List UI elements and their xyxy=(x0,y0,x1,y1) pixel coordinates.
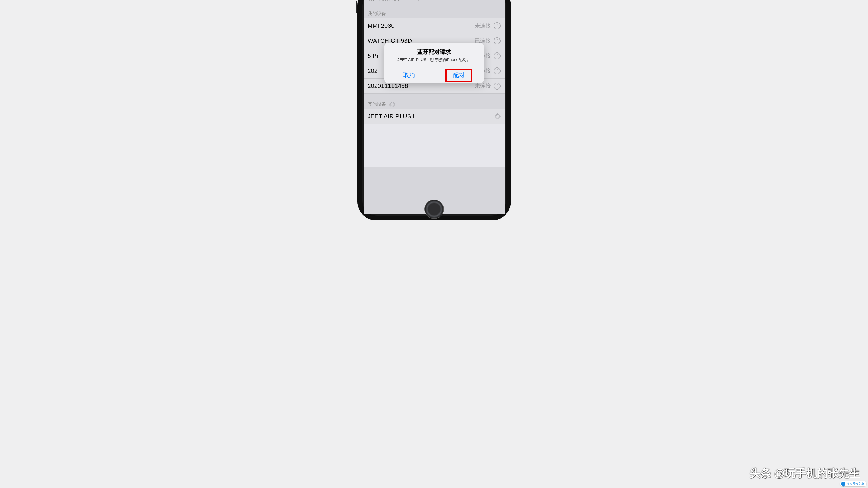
device-name: 202011111458 xyxy=(368,83,475,90)
watermark-badge-label: 捷净系统之家 xyxy=(846,482,864,486)
device-status: 未连接 xyxy=(475,82,491,90)
alert-title: 蓝牙配对请求 xyxy=(389,48,479,56)
other-device-row[interactable]: JEET AIR PLUS L xyxy=(364,109,505,124)
pair-button[interactable]: 配对 xyxy=(434,67,484,83)
watermark-badge: 捷净系统之家 xyxy=(840,481,866,486)
info-icon[interactable]: i xyxy=(494,37,501,44)
info-icon[interactable]: i xyxy=(494,22,501,29)
device-status: 未连接 xyxy=(475,22,491,29)
device-name: MMI 2030 xyxy=(368,22,475,29)
alert-button-row: 取消 配对 xyxy=(384,67,484,83)
cancel-button[interactable]: 取消 xyxy=(384,67,434,83)
watermark-text: 头条 @玩手机的张先生 xyxy=(750,466,860,481)
alert-message: JEET AIR PLUS L想与您的iPhone配对。 xyxy=(389,57,479,62)
phone-side-button xyxy=(356,1,358,13)
info-icon[interactable]: i xyxy=(494,53,501,59)
info-icon[interactable]: i xyxy=(494,83,501,90)
other-devices-label: 其他设备 xyxy=(368,101,386,107)
connecting-spinner-icon xyxy=(495,113,501,119)
info-icon[interactable]: i xyxy=(494,67,501,74)
phone-inner: 现在可被发现为"iPhone"。 我的设备 MMI 2030 未连接 i WAT… xyxy=(362,0,506,216)
phone-frame: 现在可被发现为"iPhone"。 我的设备 MMI 2030 未连接 i WAT… xyxy=(358,0,511,221)
other-devices-section-header: 其他设备 xyxy=(364,94,505,109)
blank-area xyxy=(364,124,505,167)
cancel-button-label: 取消 xyxy=(403,72,415,78)
alert-content: 蓝牙配对请求 JEET AIR PLUS L想与您的iPhone配对。 xyxy=(384,43,484,67)
discoverable-status-text: 现在可被发现为"iPhone"。 xyxy=(364,0,505,3)
bluetooth-settings-screen: 现在可被发现为"iPhone"。 我的设备 MMI 2030 未连接 i WAT… xyxy=(364,0,505,214)
loading-spinner-icon xyxy=(389,101,395,107)
my-devices-label: 我的设备 xyxy=(368,10,386,17)
my-devices-section-header: 我的设备 xyxy=(364,3,505,18)
pairing-alert-dialog: 蓝牙配对请求 JEET AIR PLUS L想与您的iPhone配对。 取消 配… xyxy=(384,43,484,83)
device-name: JEET AIR PLUS L xyxy=(368,113,495,120)
pair-button-label: 配对 xyxy=(453,72,465,78)
device-row[interactable]: MMI 2030 未连接 i xyxy=(364,18,505,33)
droplet-icon xyxy=(840,481,846,487)
home-button[interactable] xyxy=(425,199,444,219)
